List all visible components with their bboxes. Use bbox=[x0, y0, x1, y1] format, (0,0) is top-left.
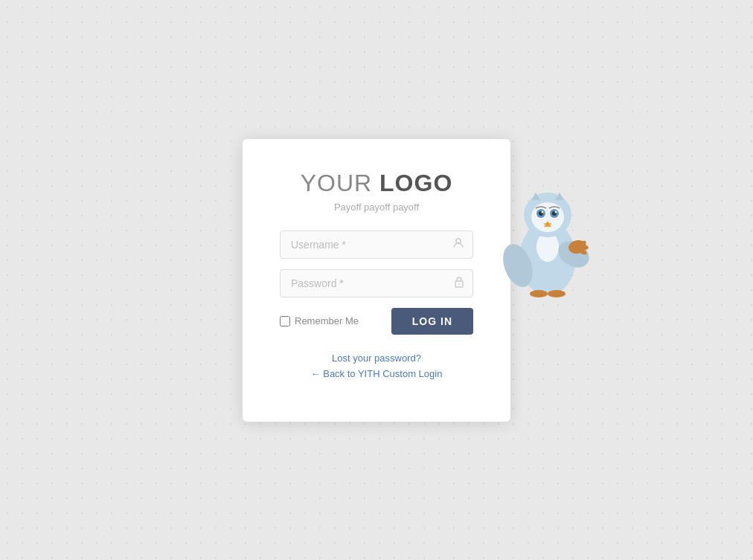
logo-your-text: YOUR bbox=[301, 170, 379, 196]
remember-me-label[interactable]: Remember Me bbox=[280, 315, 359, 326]
login-wrapper: YOUR LOGO Payoff payoff payoff bbox=[243, 139, 510, 422]
svg-point-27 bbox=[581, 245, 589, 250]
svg-point-18 bbox=[555, 210, 557, 213]
svg-point-29 bbox=[530, 290, 548, 297]
mascot bbox=[503, 161, 592, 295]
logo-subtitle: Payoff payoff payoff bbox=[280, 202, 473, 213]
remember-me-text: Remember Me bbox=[295, 315, 359, 326]
login-button[interactable]: LOG IN bbox=[391, 308, 473, 335]
forgot-password-link[interactable]: Lost your password? bbox=[280, 353, 473, 364]
logo-title: YOUR LOGO bbox=[280, 169, 473, 197]
password-input[interactable] bbox=[280, 269, 473, 297]
svg-point-30 bbox=[548, 290, 565, 297]
logo-area: YOUR LOGO Payoff payoff payoff bbox=[280, 169, 473, 213]
login-card: YOUR LOGO Payoff payoff payoff bbox=[243, 139, 510, 422]
logo-bold-text: LOGO bbox=[379, 170, 452, 196]
password-group bbox=[280, 269, 473, 297]
username-input[interactable] bbox=[280, 231, 473, 259]
remember-me-checkbox[interactable] bbox=[280, 316, 290, 326]
form-footer: Remember Me LOG IN bbox=[280, 308, 473, 335]
svg-point-17 bbox=[542, 210, 544, 213]
back-link[interactable]: ← Back to YITH Custom Login bbox=[280, 368, 473, 379]
links-area: Lost your password? ← Back to YITH Custo… bbox=[280, 353, 473, 379]
username-group bbox=[280, 231, 473, 259]
